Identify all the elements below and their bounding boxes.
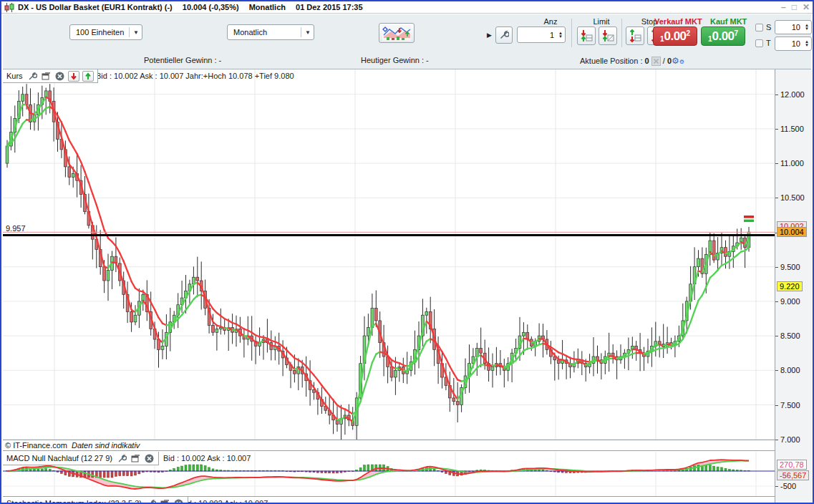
candlestick-logo-icon	[4, 3, 14, 12]
close-position-icon[interactable]	[651, 57, 661, 66]
stoch-bid-ask-quote: Bid : 10.002 Ask : 10.007	[180, 499, 268, 504]
macd-axis-tick-label: -500	[780, 482, 796, 490]
target-distance-stepper[interactable]: 10 ▲▼	[775, 37, 812, 51]
disclaimer-text: Daten sind indikativ	[72, 441, 140, 450]
price-chart-panel[interactable]: Kurs Bid : 10.002 Ask : 10.007 Jahr:+Hoc…	[3, 69, 775, 440]
maximize-button[interactable]: □	[792, 2, 797, 12]
stop-checkbox[interactable]	[755, 24, 763, 32]
stochastic-panel[interactable]: Stochastic Momentum Index (22 3 5 3) Bid…	[3, 496, 775, 504]
sell-market-button[interactable]: 10.002	[653, 26, 697, 46]
timeframe-dropdown-value: Monatlich	[233, 28, 267, 37]
stepper-arrows-icon[interactable]: ▲▼	[803, 40, 811, 47]
minimize-button[interactable]: –	[781, 2, 786, 12]
collapse-order-panel-icon[interactable]: ▶	[487, 32, 492, 39]
macd-panel[interactable]: MACD Null Nachlauf (12 27 9) Bid : 10.00…	[3, 452, 775, 496]
sell-price-main: 0.00	[664, 29, 686, 44]
axis-tick-label: 11.000	[780, 159, 804, 168]
qty-group-label: Anz	[529, 17, 572, 26]
axis-tick-mark	[775, 370, 778, 371]
chart-style-icon	[382, 25, 411, 41]
stoch-title: Stochastic Momentum Index (22 3 5 3)	[6, 499, 142, 504]
level-line-label: 9.957	[6, 224, 26, 233]
axis-tick-label: 9.000	[780, 297, 800, 306]
axis-tick-mark	[775, 163, 778, 164]
buy-limit-icon	[601, 29, 614, 42]
axis-tick-label: 12.000	[780, 90, 805, 99]
macd-value-box: 270,78	[777, 460, 807, 470]
open-position-count: 0	[645, 57, 649, 65]
stop-checkbox-label: S	[766, 23, 771, 32]
stop-distance-stepper[interactable]: 10 ▲▼	[775, 20, 812, 34]
buy-market-button[interactable]: 10.007	[701, 26, 745, 46]
axis-tick-label: 11.500	[780, 125, 804, 133]
target-checkbox[interactable]	[755, 39, 763, 47]
axis-tick-label: 10.500	[780, 193, 805, 202]
sell-price-sup: 2	[687, 27, 691, 37]
target-distance-value: 10	[775, 39, 803, 48]
sell-stop-icon	[629, 29, 641, 42]
last-price-box: 10.004	[777, 227, 807, 237]
detach-window-icon[interactable]	[130, 453, 141, 464]
price-axis[interactable]: 12.00011.50011.00010.5009.5009.0008.5008…	[775, 69, 814, 504]
chart-style-button[interactable]	[379, 23, 415, 43]
title-bar: DX - US Dollar Basket (EUR1 Kontrakt) (-…	[1, 1, 813, 14]
price-chart-svg	[3, 69, 775, 440]
axis-tick-label: 8.500	[780, 331, 800, 340]
wrench-icon[interactable]	[117, 453, 127, 464]
sell-limit-button[interactable]	[577, 26, 596, 45]
axis-tick-label: 8.000	[780, 366, 800, 374]
close-button[interactable]: ✕	[803, 2, 810, 12]
buy-market-label: Kauf MKT	[710, 17, 747, 26]
axis-tick-mark	[775, 94, 778, 95]
copyright-text: © IT-Finance.com	[5, 441, 67, 450]
axis-tick-mark	[775, 440, 778, 440]
stoch-panel-header: Stochastic Momentum Index (22 3 5 3)	[3, 497, 188, 504]
axis-tick-mark	[775, 405, 778, 406]
wrench-icon[interactable]	[146, 498, 157, 504]
stepper-arrows-icon[interactable]: ▲▼	[803, 24, 811, 31]
sell-market-label: Verkauf MKT	[654, 17, 702, 26]
stepper-arrows-icon[interactable]: ▲▼	[556, 32, 565, 39]
title-last-price: 10.004 (-0,35%)	[183, 3, 239, 11]
orders-gear-icon[interactable]: ⚙⚙	[672, 56, 684, 66]
axis-tick-label: 7.500	[780, 401, 800, 410]
toolbar: 100 Einheiten ▼ Monatlich ▼ ▶ Anz	[3, 14, 811, 52]
quantity-value: 1	[518, 31, 556, 39]
target-checkbox-label: T	[766, 39, 771, 47]
close-panel-icon[interactable]	[173, 498, 184, 504]
timeframe-dropdown[interactable]: Monatlich ▼	[227, 24, 314, 40]
axis-tick-label: 9.500	[780, 263, 800, 271]
sell-stop-button[interactable]	[626, 26, 644, 45]
axis-tick-mark	[775, 336, 778, 336]
sell-arrow-button[interactable]	[68, 71, 79, 82]
detach-window-icon[interactable]	[160, 498, 170, 504]
axis-tick-mark	[775, 267, 778, 268]
detach-window-icon[interactable]	[41, 71, 52, 82]
quantity-stepper[interactable]: 1 ▲▼	[517, 26, 566, 43]
trading-window: DX - US Dollar Basket (EUR1 Kontrakt) (-…	[0, 0, 814, 504]
macd-title: MACD Null Nachlauf (12 27 9)	[6, 454, 112, 462]
close-panel-icon[interactable]	[144, 453, 155, 464]
wrench-icon[interactable]	[27, 71, 38, 82]
order-settings-button[interactable]	[495, 26, 513, 44]
alert-price-box: 9.220	[777, 281, 803, 291]
units-dropdown[interactable]: 100 Einheiten ▼	[69, 24, 142, 40]
copyright-row: © IT-Finance.com Daten sind indikativ	[3, 440, 775, 451]
bid-ask-quote: Bid : 10.002 Ask : 10.007 Jahr:+Hoch 10.…	[96, 72, 294, 80]
buy-price-sup: 7	[735, 27, 739, 37]
axis-tick-label: 7.000	[780, 435, 800, 444]
axis-tick-mark	[775, 129, 778, 130]
buy-arrow-button[interactable]	[82, 71, 94, 82]
ask-marker	[744, 215, 754, 218]
window-title: DX - US Dollar Basket (EUR1 Kontrakt) (-…	[18, 3, 173, 11]
macd-panel-header: MACD Null Nachlauf (12 27 9)	[3, 452, 159, 465]
close-panel-icon[interactable]	[54, 71, 65, 82]
axis-tick-mark	[775, 301, 778, 302]
title-datetime: 01 Dez 2015 17:35	[296, 3, 363, 11]
buy-limit-button[interactable]	[599, 26, 617, 45]
chevron-down-icon: ▼	[301, 27, 311, 37]
units-dropdown-value: 100 Einheiten	[76, 28, 124, 37]
wrench-icon	[499, 30, 509, 40]
today-gain-label: Heutiger Gewinn : -	[361, 56, 429, 64]
price-panel-header: Kurs	[3, 69, 98, 83]
